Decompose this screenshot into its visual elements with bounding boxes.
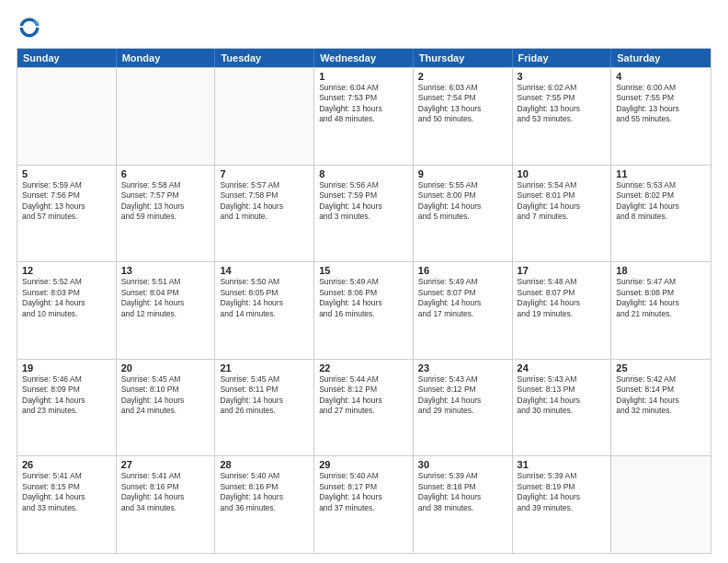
day-cell-21: 21Sunrise: 5:45 AMSunset: 8:11 PMDayligh… (215, 360, 314, 456)
day-cell-8: 8Sunrise: 5:56 AMSunset: 7:59 PMDaylight… (314, 166, 414, 262)
day-cell-11: 11Sunrise: 5:53 AMSunset: 8:02 PMDayligh… (611, 166, 711, 262)
day-info: Sunrise: 5:56 AMSunset: 7:59 PMDaylight:… (319, 180, 408, 223)
day-number: 18 (616, 265, 706, 276)
day-cell-27: 27Sunrise: 5:41 AMSunset: 8:16 PMDayligh… (117, 456, 216, 553)
day-number: 26 (22, 459, 111, 470)
day-cell-4: 4Sunrise: 6:00 AMSunset: 7:55 PMDaylight… (611, 68, 711, 165)
header-cell-friday: Friday (513, 49, 612, 67)
calendar-row: 26Sunrise: 5:41 AMSunset: 8:15 PMDayligh… (17, 455, 711, 553)
header-cell-saturday: Saturday (611, 49, 711, 67)
header-cell-tuesday: Tuesday (215, 49, 314, 67)
day-cell-10: 10Sunrise: 5:54 AMSunset: 8:01 PMDayligh… (513, 166, 612, 262)
day-info: Sunrise: 5:49 AMSunset: 8:07 PMDaylight:… (418, 277, 507, 319)
empty-cell (17, 68, 117, 165)
empty-cell (215, 68, 314, 165)
day-info: Sunrise: 5:45 AMSunset: 8:10 PMDaylight:… (121, 374, 210, 417)
day-number: 31 (518, 459, 607, 470)
day-number: 8 (319, 168, 408, 179)
calendar-row: 12Sunrise: 5:52 AMSunset: 8:03 PMDayligh… (17, 261, 711, 359)
day-number: 1 (319, 71, 408, 82)
day-info: Sunrise: 5:51 AMSunset: 8:04 PMDaylight:… (121, 277, 210, 319)
day-cell-28: 28Sunrise: 5:40 AMSunset: 8:16 PMDayligh… (215, 456, 314, 553)
day-info: Sunrise: 5:43 AMSunset: 8:12 PMDaylight:… (418, 374, 507, 417)
day-cell-9: 9Sunrise: 5:55 AMSunset: 8:00 PMDaylight… (414, 166, 513, 262)
day-info: Sunrise: 5:54 AMSunset: 8:01 PMDaylight:… (518, 180, 607, 223)
day-cell-16: 16Sunrise: 5:49 AMSunset: 8:07 PMDayligh… (414, 262, 513, 359)
day-number: 25 (616, 362, 706, 373)
day-cell-18: 18Sunrise: 5:47 AMSunset: 8:08 PMDayligh… (611, 262, 711, 359)
day-info: Sunrise: 5:49 AMSunset: 8:06 PMDaylight:… (319, 277, 408, 319)
day-info: Sunrise: 5:59 AMSunset: 7:56 PMDaylight:… (22, 180, 111, 223)
day-cell-1: 1Sunrise: 6:04 AMSunset: 7:53 PMDaylight… (314, 68, 414, 165)
header-cell-wednesday: Wednesday (314, 49, 414, 67)
day-number: 20 (121, 362, 210, 373)
day-info: Sunrise: 5:48 AMSunset: 8:07 PMDaylight:… (518, 277, 607, 319)
empty-cell (611, 456, 711, 553)
day-cell-14: 14Sunrise: 5:50 AMSunset: 8:05 PMDayligh… (215, 262, 314, 359)
day-info: Sunrise: 5:47 AMSunset: 8:08 PMDaylight:… (616, 277, 706, 319)
day-cell-24: 24Sunrise: 5:43 AMSunset: 8:13 PMDayligh… (513, 360, 612, 456)
day-number: 6 (121, 168, 210, 179)
empty-cell (117, 68, 216, 165)
day-info: Sunrise: 6:04 AMSunset: 7:53 PMDaylight:… (319, 83, 408, 125)
logo-icon (17, 15, 42, 40)
day-cell-5: 5Sunrise: 5:59 AMSunset: 7:56 PMDaylight… (17, 166, 117, 262)
calendar-body: 1Sunrise: 6:04 AMSunset: 7:53 PMDaylight… (17, 67, 711, 553)
day-number: 19 (22, 362, 111, 373)
day-info: Sunrise: 5:42 AMSunset: 8:14 PMDaylight:… (616, 374, 706, 417)
calendar-row: 5Sunrise: 5:59 AMSunset: 7:56 PMDaylight… (17, 165, 711, 262)
day-cell-26: 26Sunrise: 5:41 AMSunset: 8:15 PMDayligh… (17, 456, 117, 553)
day-info: Sunrise: 5:39 AMSunset: 8:18 PMDaylight:… (418, 471, 507, 513)
day-cell-6: 6Sunrise: 5:58 AMSunset: 7:57 PMDaylight… (117, 166, 216, 262)
day-cell-7: 7Sunrise: 5:57 AMSunset: 7:58 PMDaylight… (215, 166, 314, 262)
day-number: 2 (418, 71, 507, 82)
header-cell-sunday: Sunday (17, 49, 117, 67)
calendar-row: 1Sunrise: 6:04 AMSunset: 7:53 PMDaylight… (17, 67, 711, 165)
day-number: 4 (616, 71, 706, 82)
day-info: Sunrise: 5:58 AMSunset: 7:57 PMDaylight:… (121, 180, 210, 223)
header-cell-monday: Monday (117, 49, 216, 67)
day-number: 22 (319, 362, 408, 373)
day-number: 9 (418, 168, 507, 179)
day-number: 30 (418, 459, 507, 470)
day-number: 15 (319, 265, 408, 276)
day-cell-2: 2Sunrise: 6:03 AMSunset: 7:54 PMDaylight… (414, 68, 513, 165)
day-cell-19: 19Sunrise: 5:46 AMSunset: 8:09 PMDayligh… (17, 360, 117, 456)
day-cell-22: 22Sunrise: 5:44 AMSunset: 8:12 PMDayligh… (314, 360, 414, 456)
day-number: 21 (220, 362, 309, 373)
day-cell-13: 13Sunrise: 5:51 AMSunset: 8:04 PMDayligh… (117, 262, 216, 359)
day-info: Sunrise: 6:02 AMSunset: 7:55 PMDaylight:… (518, 83, 607, 125)
day-cell-29: 29Sunrise: 5:40 AMSunset: 8:17 PMDayligh… (314, 456, 414, 553)
day-info: Sunrise: 5:50 AMSunset: 8:05 PMDaylight:… (220, 277, 309, 319)
day-number: 24 (518, 362, 607, 373)
calendar: SundayMondayTuesdayWednesdayThursdayFrid… (17, 48, 711, 554)
day-number: 28 (220, 459, 309, 470)
day-info: Sunrise: 5:43 AMSunset: 8:13 PMDaylight:… (518, 374, 607, 417)
day-cell-17: 17Sunrise: 5:48 AMSunset: 8:07 PMDayligh… (513, 262, 612, 359)
day-number: 29 (319, 459, 408, 470)
day-info: Sunrise: 5:39 AMSunset: 8:19 PMDaylight:… (518, 471, 607, 513)
day-info: Sunrise: 5:40 AMSunset: 8:16 PMDaylight:… (220, 471, 309, 513)
page: SundayMondayTuesdayWednesdayThursdayFrid… (0, 0, 728, 563)
day-info: Sunrise: 5:55 AMSunset: 8:00 PMDaylight:… (418, 180, 507, 223)
header-cell-thursday: Thursday (414, 49, 513, 67)
day-info: Sunrise: 6:00 AMSunset: 7:55 PMDaylight:… (616, 83, 706, 125)
day-info: Sunrise: 5:53 AMSunset: 8:02 PMDaylight:… (616, 180, 706, 223)
day-info: Sunrise: 5:57 AMSunset: 7:58 PMDaylight:… (220, 180, 309, 223)
day-info: Sunrise: 5:46 AMSunset: 8:09 PMDaylight:… (22, 374, 111, 417)
day-cell-23: 23Sunrise: 5:43 AMSunset: 8:12 PMDayligh… (414, 360, 513, 456)
day-number: 10 (518, 168, 607, 179)
day-cell-12: 12Sunrise: 5:52 AMSunset: 8:03 PMDayligh… (17, 262, 117, 359)
day-info: Sunrise: 5:52 AMSunset: 8:03 PMDaylight:… (22, 277, 111, 319)
day-cell-15: 15Sunrise: 5:49 AMSunset: 8:06 PMDayligh… (314, 262, 414, 359)
day-cell-31: 31Sunrise: 5:39 AMSunset: 8:19 PMDayligh… (513, 456, 612, 553)
calendar-row: 19Sunrise: 5:46 AMSunset: 8:09 PMDayligh… (17, 359, 711, 456)
day-cell-20: 20Sunrise: 5:45 AMSunset: 8:10 PMDayligh… (117, 360, 216, 456)
calendar-header: SundayMondayTuesdayWednesdayThursdayFrid… (17, 49, 711, 67)
day-number: 13 (121, 265, 210, 276)
day-info: Sunrise: 5:45 AMSunset: 8:11 PMDaylight:… (220, 374, 309, 417)
day-number: 11 (616, 168, 706, 179)
day-number: 12 (22, 265, 111, 276)
day-info: Sunrise: 5:41 AMSunset: 8:15 PMDaylight:… (22, 471, 111, 513)
day-number: 5 (22, 168, 111, 179)
